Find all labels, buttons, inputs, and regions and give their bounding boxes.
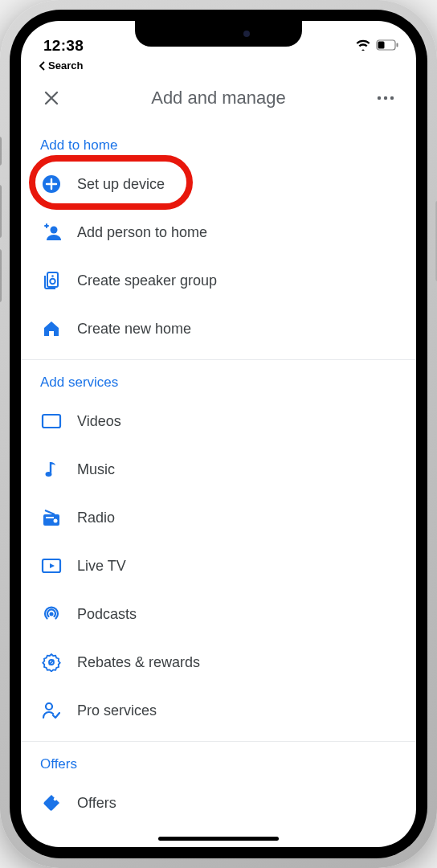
svg-rect-2: [378, 42, 385, 49]
person-add-icon: [40, 221, 63, 244]
svg-point-5: [390, 96, 394, 100]
status-time: 12:38: [43, 37, 84, 55]
section-offers: Offers: [21, 742, 416, 779]
section-add-to-home: Add to home: [21, 123, 416, 160]
podcast-icon: [40, 603, 63, 625]
svg-point-9: [50, 279, 55, 284]
wifi-icon: [355, 38, 371, 55]
menu-label: Music: [77, 461, 115, 478]
radio-icon: [40, 506, 63, 529]
menu-label: Radio: [77, 510, 115, 526]
menu-create-home[interactable]: Create new home: [21, 305, 416, 353]
svg-point-3: [378, 96, 381, 100]
menu-set-up-device[interactable]: Set up device: [21, 160, 416, 208]
back-search-label: Search: [48, 59, 83, 72]
pro-services-icon: [40, 699, 63, 722]
menu-label: Add person to home: [77, 224, 207, 241]
speaker-group-icon: [40, 269, 63, 292]
menu-label: Rebates & rewards: [77, 654, 200, 671]
silence-switch: [0, 137, 2, 166]
header: Add and manage: [21, 76, 416, 123]
menu-label: Offers: [77, 795, 116, 812]
rebates-icon: [40, 651, 63, 674]
music-note-icon: [40, 458, 63, 481]
svg-point-4: [384, 96, 387, 100]
home-icon: [40, 317, 63, 340]
menu-speaker-group[interactable]: Create speaker group: [21, 256, 416, 305]
svg-point-14: [54, 519, 58, 523]
svg-point-12: [46, 472, 52, 477]
menu-label: Create speaker group: [77, 272, 217, 289]
close-icon: [43, 90, 59, 106]
section-add-services: Add services: [21, 360, 416, 397]
svg-rect-8: [47, 272, 58, 287]
close-button[interactable]: [39, 90, 64, 106]
menu-label: Create new home: [77, 321, 191, 338]
home-indicator[interactable]: [158, 837, 279, 841]
menu-videos[interactable]: Videos: [21, 397, 416, 445]
svg-rect-15: [46, 517, 54, 518]
svg-point-7: [51, 227, 58, 234]
menu-add-person[interactable]: Add person to home: [21, 208, 416, 256]
tag-icon: [40, 792, 63, 814]
menu-offers[interactable]: Offers: [21, 779, 416, 827]
menu-label: Videos: [77, 413, 121, 430]
menu-pro-services[interactable]: Pro services: [21, 686, 416, 735]
menu-radio[interactable]: Radio: [21, 493, 416, 542]
menu-label: Podcasts: [77, 606, 137, 623]
menu-label: Pro services: [77, 702, 157, 719]
battery-icon: [376, 38, 398, 55]
notch: [135, 21, 302, 47]
svg-point-20: [54, 798, 57, 801]
menu-label: Live TV: [77, 558, 126, 575]
more-horizontal-icon: [377, 96, 394, 100]
svg-rect-1: [397, 43, 398, 47]
status-icons: [355, 38, 398, 55]
svg-point-19: [46, 703, 52, 710]
phone-frame: 12:38 Search Add and manage: [0, 0, 437, 868]
back-to-search[interactable]: Search: [21, 56, 416, 76]
menu-live-tv[interactable]: Live TV: [21, 542, 416, 590]
svg-point-17: [50, 612, 54, 616]
svg-point-10: [51, 275, 54, 277]
more-button[interactable]: [373, 96, 398, 100]
live-tv-icon: [40, 555, 63, 577]
plus-circle-icon: [40, 173, 63, 195]
volume-up-button: [0, 185, 2, 238]
screen: 12:38 Search Add and manage: [21, 21, 416, 847]
menu-podcasts[interactable]: Podcasts: [21, 590, 416, 638]
content-scroll[interactable]: Add to home Set up device Add person to …: [21, 123, 416, 847]
menu-label: Set up device: [77, 176, 165, 193]
menu-music[interactable]: Music: [21, 445, 416, 493]
volume-down-button: [0, 249, 2, 302]
menu-rebates[interactable]: Rebates & rewards: [21, 638, 416, 686]
back-caret-icon: [39, 61, 47, 71]
page-title: Add and manage: [64, 88, 373, 108]
svg-rect-11: [43, 415, 60, 428]
video-icon: [40, 410, 63, 432]
